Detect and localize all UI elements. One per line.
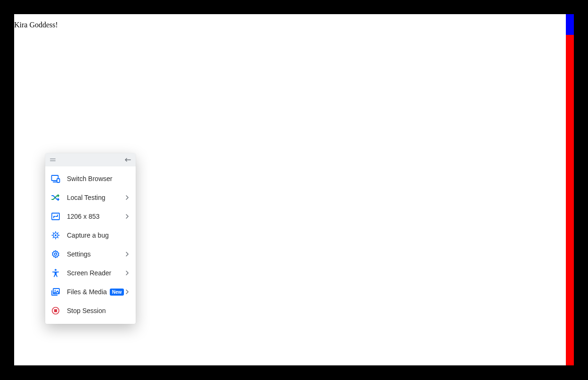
menu-item-local-testing[interactable]: Local Testing: [45, 188, 136, 207]
right-bar-blue: [566, 14, 574, 35]
menu-label: Stop Session: [67, 307, 130, 314]
page-title: Kira Goddess!: [14, 21, 58, 29]
svg-point-6: [55, 269, 57, 271]
menu-label: Local Testing: [67, 194, 124, 201]
svg-point-5: [55, 253, 57, 256]
svg-rect-2: [52, 213, 59, 220]
new-badge: New: [110, 289, 124, 296]
chevron-right-icon: [124, 289, 130, 295]
svg-rect-10: [54, 309, 57, 312]
shuffle-icon: [51, 193, 60, 202]
viewport: Kira Goddess!: [14, 14, 574, 365]
chevron-right-icon: [124, 270, 130, 276]
resize-icon: [51, 212, 60, 221]
menu-label: Screen Reader: [67, 269, 124, 277]
chevron-right-icon: [124, 195, 130, 200]
drag-handle-icon[interactable]: [50, 158, 56, 161]
gear-icon: [51, 249, 60, 259]
accessibility-icon: [51, 268, 60, 278]
menu-label: Switch Browser: [67, 175, 130, 182]
browser-icon: [51, 174, 60, 183]
svg-point-8: [55, 290, 56, 291]
menu-item-capture-bug[interactable]: Capture a bug: [45, 226, 136, 245]
menu-item-switch-browser[interactable]: Switch Browser: [45, 169, 136, 188]
media-icon: [51, 287, 60, 297]
bug-icon: [51, 231, 60, 240]
right-bar-red: [566, 35, 574, 365]
stop-icon: [51, 306, 60, 315]
svg-rect-1: [57, 179, 60, 182]
menu-label: Files & Media: [67, 288, 107, 296]
panel-header[interactable]: [45, 153, 136, 166]
panel-menu: Switch Browser Local Testing: [45, 166, 136, 324]
menu-item-stop-session[interactable]: Stop Session: [45, 301, 136, 320]
menu-item-settings[interactable]: Settings: [45, 245, 136, 264]
menu-label: Capture a bug: [67, 231, 130, 239]
chevron-right-icon: [124, 214, 130, 219]
svg-point-4: [55, 234, 57, 236]
menu-label: 1206 x 853: [67, 213, 124, 220]
menu-item-files-media[interactable]: Files & Media New: [45, 282, 136, 301]
chevron-right-icon: [124, 251, 130, 257]
menu-item-screen-reader[interactable]: Screen Reader: [45, 264, 136, 282]
control-panel: Switch Browser Local Testing: [45, 153, 136, 324]
menu-item-resolution[interactable]: 1206 x 853: [45, 207, 136, 226]
menu-label: Settings: [67, 250, 124, 258]
collapse-icon[interactable]: [124, 157, 131, 163]
